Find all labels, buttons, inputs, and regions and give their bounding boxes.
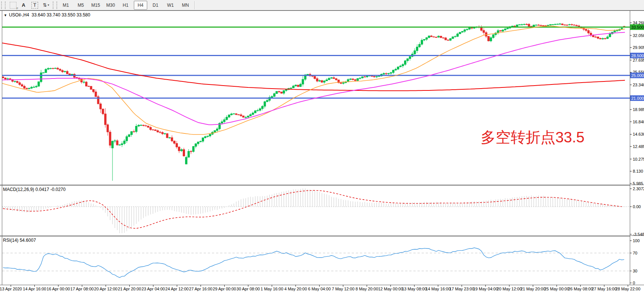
rsi-name: RSI(14)	[3, 238, 18, 243]
candle-body	[602, 38, 604, 39]
candle-body	[469, 28, 471, 29]
candle-body	[342, 83, 344, 83]
candle-body	[571, 24, 573, 25]
candle-body	[271, 96, 273, 97]
candle-body	[566, 25, 568, 25]
candle-body	[400, 66, 401, 67]
candle-body	[302, 79, 304, 84]
candle-body	[295, 85, 297, 86]
candle-body	[333, 78, 335, 79]
symbol-dropdown-icon[interactable]: ▼	[4, 13, 7, 17]
candle-body	[2, 77, 4, 78]
candle-body	[383, 74, 385, 74]
price-tick-label: 12.485	[633, 144, 644, 149]
candle-body	[576, 25, 577, 26]
macd-tick-label: -3.5484	[633, 232, 644, 237]
candle-body	[526, 24, 527, 25]
time-tick-label: 12 May 00:00	[378, 287, 403, 291]
candle-body	[111, 141, 113, 148]
time-tick-label: 21 May 20:00	[521, 287, 546, 291]
candle-body	[26, 88, 28, 89]
candle-body	[604, 38, 606, 39]
time-tick-label: 1 May 16:00	[261, 287, 283, 291]
candle-body	[145, 126, 147, 126]
candle-body	[21, 84, 23, 86]
candle-body	[173, 141, 175, 144]
candle-body	[266, 101, 268, 102]
time-tick-label: 7 May 12:00	[332, 287, 355, 291]
price-tick-label: 29.905	[633, 45, 644, 50]
candle-body	[85, 82, 87, 86]
candle-body	[181, 149, 182, 151]
candle-body	[328, 78, 330, 80]
candle-body	[349, 79, 351, 80]
candle-body	[518, 25, 520, 25]
candle-body	[243, 116, 244, 117]
candle-body	[114, 141, 116, 141]
candle-body	[169, 138, 170, 138]
candle-body	[528, 24, 530, 26]
candle-body	[414, 51, 416, 54]
candle-body	[504, 29, 506, 30]
candle-body	[321, 80, 323, 82]
candle-body	[100, 104, 102, 109]
candle-body	[366, 76, 368, 77]
candle-body	[390, 73, 392, 73]
candle-body	[461, 31, 463, 32]
candle-body	[47, 68, 49, 69]
candle-body	[185, 157, 187, 164]
candle-body	[247, 116, 249, 117]
candle-body	[506, 28, 508, 29]
time-tick-label: 13 Apr 2020	[0, 287, 22, 291]
time-tick-label: 14 Apr 16:00	[23, 287, 46, 291]
candle-body	[161, 132, 163, 134]
candle-body	[164, 133, 166, 134]
candle-body	[395, 69, 397, 70]
candle-body	[559, 24, 561, 24]
rsi-tick-label: 100	[633, 238, 640, 243]
candle-body	[228, 115, 230, 117]
annotation-text[interactable]: 多空转折点33.5	[481, 127, 585, 148]
time-tick-label: 20 Apr 12:00	[94, 287, 117, 291]
candle-body	[157, 130, 158, 132]
candle-body	[561, 24, 563, 25]
candle-body	[431, 36, 432, 37]
candle-body	[235, 114, 237, 114]
candle-body	[57, 68, 59, 69]
chart-header: ▼USOil-,H4 33.640 33.740 33.550 33.580	[4, 12, 90, 18]
candle-body	[254, 111, 256, 113]
candle-body	[64, 71, 66, 72]
candle-body	[297, 85, 299, 86]
candle-body	[16, 81, 18, 83]
price-tick-label: 18.985	[633, 107, 644, 112]
time-tick-label: 4 May 20:00	[284, 287, 307, 291]
candle-body	[459, 32, 461, 34]
candle-body	[440, 36, 442, 38]
chart-background	[0, 10, 644, 293]
candle-body	[43, 73, 44, 73]
candle-body	[326, 80, 328, 81]
macd-indicator-label: MACD(12,26,9) 0.0417 -0.0270	[3, 187, 65, 192]
candle-body	[183, 149, 185, 156]
candle-body	[609, 34, 611, 37]
candle-body	[276, 91, 278, 93]
candle-body	[178, 147, 180, 151]
candle-body	[450, 38, 452, 40]
candle-body	[24, 86, 25, 88]
candle-body	[55, 68, 56, 68]
candle-body	[323, 81, 325, 82]
candle-body	[102, 109, 104, 114]
candle-body	[607, 37, 608, 39]
candle-body	[428, 36, 430, 38]
candle-body	[245, 117, 247, 118]
candle-body	[499, 31, 501, 31]
candle-body	[9, 79, 11, 80]
time-tick-label: 30 Apr 08:00	[237, 287, 260, 291]
candle-body	[109, 132, 111, 145]
candle-body	[19, 83, 21, 84]
candle-body	[154, 130, 156, 130]
candle-body	[171, 138, 173, 141]
candle-body	[454, 36, 456, 37]
mt4-window: { "toolbar": { "f_label": "F", "annotate…	[0, 0, 644, 293]
candle-body	[535, 25, 537, 25]
